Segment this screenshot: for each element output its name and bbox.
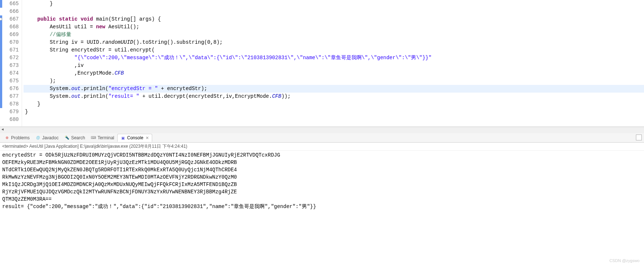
- tab-console[interactable]: ▣ Console ✕: [117, 134, 152, 142]
- line-number: 674: [0, 69, 19, 77]
- console-icon: ▣: [121, 135, 126, 140]
- console-header: <terminated> AesUtil [Java Application] …: [0, 143, 644, 151]
- code-line[interactable]: System.out.println("encrytedStr = " + en…: [24, 85, 644, 93]
- line-number: 667: [0, 15, 19, 23]
- code-line[interactable]: }: [24, 0, 644, 8]
- javadoc-icon: @: [36, 135, 41, 140]
- code-line[interactable]: AesUtil util = new AesUtil();: [24, 23, 644, 31]
- line-number: 676: [0, 85, 19, 93]
- line-number: 665: [0, 0, 19, 8]
- line-number: 669: [0, 31, 19, 39]
- code-line[interactable]: }: [24, 100, 644, 108]
- code-line[interactable]: ,EncryptMode.CFB: [24, 69, 644, 77]
- maximize-button[interactable]: [636, 135, 642, 140]
- console-output[interactable]: encrytedStr = ODk5RjUzNzFDRUI0MUYzQjVCRD…: [0, 151, 644, 211]
- tab-terminal[interactable]: ⌨ Terminal: [88, 134, 117, 142]
- code-editor[interactable]: 6656666676686696706716726736746756766776…: [0, 0, 644, 127]
- code-line[interactable]: }: [24, 108, 644, 116]
- line-number: 672: [0, 54, 19, 62]
- tab-javadoc[interactable]: @ Javadoc: [33, 134, 62, 142]
- code-line[interactable]: //偏移量: [24, 31, 644, 39]
- horizontal-scrollbar[interactable]: [0, 127, 644, 133]
- code-line[interactable]: [24, 8, 644, 15]
- tab-label: Javadoc: [42, 135, 59, 140]
- line-number: 680: [0, 116, 19, 123]
- code-line[interactable]: String iv = UUID.randomUUID().toString()…: [24, 39, 644, 46]
- tab-problems[interactable]: ⊗ Problems: [1, 134, 33, 142]
- code-line[interactable]: [24, 116, 644, 123]
- code-line[interactable]: System.out.println("result= " + util.dec…: [24, 93, 644, 100]
- panel-toolbar: [636, 135, 642, 142]
- line-number: 673: [0, 62, 19, 69]
- line-number: 668: [0, 23, 19, 31]
- editor-container: 6656666676686696706716726736746756766776…: [0, 0, 644, 265]
- code-line[interactable]: "{\"code\":200,\"message\":\"成功！\",\"dat…: [24, 54, 644, 62]
- terminal-icon: ⌨: [91, 135, 96, 140]
- bottom-panel: ⊗ Problems @ Javadoc 🔦 Search ⌨ Terminal…: [0, 133, 644, 265]
- views-tabs: ⊗ Problems @ Javadoc 🔦 Search ⌨ Terminal…: [0, 133, 644, 143]
- close-icon[interactable]: ✕: [146, 136, 149, 140]
- code-line[interactable]: public static void main(String[] args) {: [24, 15, 644, 23]
- problems-icon: ⊗: [4, 135, 10, 140]
- tab-search[interactable]: 🔦 Search: [61, 134, 88, 142]
- line-number: 675: [0, 77, 19, 85]
- code-line[interactable]: ,iv: [24, 62, 644, 69]
- code-line[interactable]: );: [24, 77, 644, 85]
- code-content[interactable]: } public static void main(String[] args)…: [22, 0, 644, 126]
- line-number: 670: [0, 39, 19, 46]
- tab-label: Search: [71, 135, 85, 140]
- line-number: 678: [0, 100, 19, 108]
- tab-label: Console: [127, 135, 143, 140]
- search-icon: 🔦: [64, 135, 69, 140]
- tab-label: Terminal: [97, 135, 114, 140]
- tab-label: Problems: [11, 135, 30, 140]
- line-gutter: 6656666676686696706716726736746756766776…: [0, 0, 22, 126]
- line-number: 679: [0, 108, 19, 116]
- code-line[interactable]: String encrytedStr = util.encrypt(: [24, 46, 644, 54]
- line-number: 677: [0, 93, 19, 100]
- line-number: 666: [0, 8, 19, 15]
- line-number: 671: [0, 46, 19, 54]
- watermark: CSDN @zygswo: [609, 258, 640, 263]
